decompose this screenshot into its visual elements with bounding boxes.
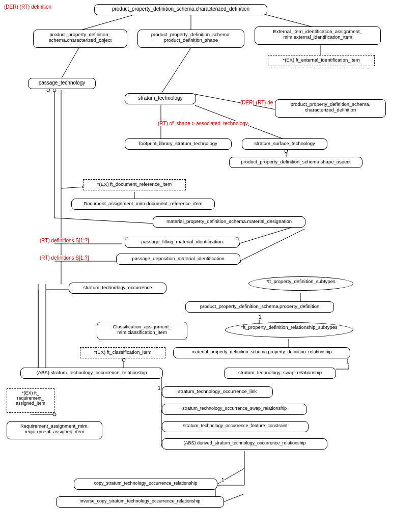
label-der-rt-de: (DER) (RT) de (240, 100, 273, 105)
node-n33: inverse_copy_stratum_technology_occurren… (56, 496, 224, 508)
node-n14: material_property_definition_schema.mate… (153, 216, 305, 228)
svg-line-22 (239, 229, 304, 261)
node-n26: *(EX) ft_requirement_assigned_item (7, 388, 54, 413)
svg-point-54 (53, 413, 56, 416)
node-n7: stratum_technology (125, 93, 196, 104)
label-1-n22: 1 (346, 359, 349, 365)
svg-point-10 (285, 150, 288, 153)
node-n5: *(EX) ft_external_identification_item (268, 55, 375, 66)
label-1-children: 1 (158, 385, 161, 391)
diagram-container: (DER) (RT) definition product_property_d… (0, 0, 418, 532)
node-n1-label: product_property_definition_schema.chara… (112, 6, 249, 12)
svg-line-16 (54, 218, 154, 223)
node-n23: *(EX) ft_classification_item (80, 347, 165, 358)
node-n29: stratum_technology_occurrence_feature_co… (162, 421, 309, 432)
node-n25: stratum_technology_swap_relationship (224, 368, 336, 379)
label-1-n19: 1 (259, 314, 262, 320)
node-n12: *(EX) ft_document_reference_item (83, 179, 186, 190)
svg-line-5 (161, 48, 191, 94)
svg-line-0 (79, 15, 132, 31)
node-n22: material_property_definition_schema.prop… (173, 347, 350, 358)
node-n10: stratum_surface_technology (242, 138, 327, 150)
node-n31: Requirement_assignment_mim.requirement_a… (7, 421, 102, 439)
node-n32: copy_stratum_technology_occurrence_relat… (74, 479, 217, 490)
label-rt-ofshape: (RT) of_shape > associated_technology (158, 121, 248, 126)
svg-point-36 (122, 358, 125, 361)
label-rt-defs1: (RT) definitions S[1:?] (40, 238, 89, 243)
node-n24: (ABS) stratum_technology_occurrence_rela… (20, 368, 163, 379)
node-der-rt-label: (DER) (RT) definition (4, 4, 51, 10)
node-n19: product_property_definition_schema.prope… (185, 301, 334, 313)
svg-line-4 (61, 48, 79, 79)
svg-line-49 (222, 494, 244, 502)
node-n4: External_item_identification_assignment_… (255, 26, 381, 45)
node-n15: passage_filling_material_identification (125, 237, 239, 248)
svg-line-47 (215, 468, 244, 485)
node-n3: product_property_definition_schema.produ… (137, 30, 244, 48)
node-n2: product_property_definition_schema.chara… (33, 30, 127, 48)
node-n6: passage_technology (28, 78, 96, 89)
node-n28: stratum_technology_occurrence_swap_relat… (162, 404, 307, 415)
node-n1: product_property_definition_schema.chara… (94, 4, 267, 15)
label-rt-defs2: (RT) definitions S[1:?] (40, 255, 89, 261)
node-n21: *ft_property_definition_relationship_sub… (225, 322, 353, 338)
node-n9: footprint_library_stratum_technology (125, 138, 232, 150)
node-n18: *ft_property_definition_subtypes (248, 276, 353, 291)
node-n8: product_property_definition_schema.chara… (275, 99, 386, 118)
node-n13: Document_assignment_mim.document_referen… (71, 199, 215, 210)
node-n20: Classification_assignment_mim.classifica… (97, 322, 187, 340)
node-n16: passage_deposition_material_identificati… (116, 254, 240, 265)
node-n30: (ABS) derived_stratum_technology_occurre… (162, 438, 327, 450)
label-1-n32: 1 (221, 478, 225, 483)
svg-line-12 (61, 187, 84, 188)
node-n17: stratum_technology_occurrence (69, 283, 166, 294)
node-n27: stratum_technology_occurrence_link (162, 386, 273, 398)
node-n11: product_property_definition_schema.shape… (229, 157, 363, 168)
